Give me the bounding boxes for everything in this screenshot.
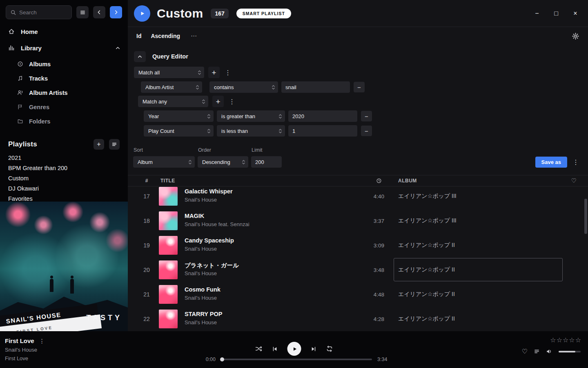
playlist-item[interactable]: Custom — [0, 173, 128, 184]
total-time: 3:34 — [377, 357, 391, 362]
sort-dropdown[interactable]: Album — [133, 156, 195, 168]
flag-icon — [17, 104, 23, 110]
rule-field-dropdown[interactable]: Album Artist — [141, 81, 202, 93]
track-artist: Snail's House — [185, 295, 217, 301]
match-mode-dropdown[interactable]: Match any — [138, 96, 208, 107]
window-controls: − □ × — [533, 10, 579, 17]
sidebar-item-albums[interactable]: Albums — [0, 57, 128, 71]
add-rule-button[interactable]: + — [208, 67, 220, 78]
nav-forward-button[interactable] — [110, 6, 122, 18]
rule-operator-dropdown[interactable]: is less than — [217, 125, 285, 137]
more-options-icon[interactable]: ⋯ — [191, 32, 197, 40]
favorite-column-heart-icon[interactable]: ♡ — [571, 177, 577, 184]
dropdown-arrows-icon — [278, 113, 282, 119]
track-row[interactable]: 21 Cosmo Funk Snail's House 4:48 エイリアン☆ポ… — [128, 282, 588, 307]
search-input[interactable] — [19, 9, 64, 16]
rule-value-input[interactable] — [288, 125, 357, 137]
playlist-header: Custom 167 SMART PLAYLIST − □ × — [128, 0, 588, 27]
seek-handle[interactable] — [220, 357, 224, 361]
sort-field-button[interactable]: Id — [136, 33, 141, 39]
track-row[interactable]: 17 Galactic Whisper Snail's House 4:40 エ… — [128, 186, 588, 209]
sidebar-item-folders[interactable]: Folders — [0, 114, 128, 128]
sidebar-item-tracks[interactable]: Tracks — [0, 71, 128, 85]
save-menu-icon[interactable]: ⋮ — [572, 158, 579, 166]
play-icon — [291, 346, 297, 352]
search-box[interactable] — [6, 5, 72, 19]
track-row[interactable]: 19 Candy Spaceship Snail's House 3:09 エイ… — [128, 233, 588, 258]
star-icon[interactable]: ☆ — [569, 336, 575, 344]
sidebar-item-library[interactable]: Library — [0, 40, 128, 56]
group-menu-icon[interactable]: ⋮ — [225, 69, 231, 76]
remove-rule-button[interactable]: − — [361, 111, 372, 121]
track-duration: 3:48 — [340, 267, 384, 273]
close-button[interactable]: × — [572, 10, 579, 17]
play-playlist-button[interactable] — [134, 5, 150, 22]
home-label: Home — [21, 28, 38, 35]
volume-button[interactable] — [546, 348, 552, 355]
shuffle-icon — [255, 346, 263, 352]
disc-icon — [17, 61, 23, 67]
playlist-item[interactable]: 2021 — [0, 153, 128, 163]
remove-rule-button[interactable]: − — [361, 126, 372, 136]
star-icon[interactable]: ☆ — [563, 336, 568, 344]
sidebar-item-album-artists[interactable]: Album Artists — [0, 85, 128, 100]
rule-field-dropdown[interactable]: Play Count — [144, 125, 214, 137]
album-art-thumbnail — [159, 236, 178, 255]
playlist-list-button[interactable] — [109, 139, 120, 150]
previous-track-button[interactable] — [272, 346, 278, 352]
track-menu-icon[interactable]: ⋮ — [39, 338, 45, 344]
minimize-button[interactable]: − — [533, 10, 541, 17]
menu-button[interactable] — [76, 6, 89, 18]
column-album[interactable]: ALBUM — [398, 178, 417, 184]
add-playlist-button[interactable]: + — [94, 139, 104, 150]
track-count-badge: 167 — [211, 9, 228, 18]
nav-back-button[interactable] — [93, 6, 105, 18]
rule-value-input[interactable] — [281, 81, 350, 93]
playlist-item[interactable]: BPM Greater than 200 — [0, 163, 128, 173]
sidebar-item-home[interactable]: Home — [0, 23, 128, 40]
add-rule-button[interactable]: + — [212, 96, 224, 107]
rule-field-dropdown[interactable]: Year — [144, 110, 214, 122]
sort-direction-button[interactable]: Ascending — [151, 33, 180, 39]
settings-gear-icon[interactable] — [572, 33, 579, 40]
rule-operator-dropdown[interactable]: is greater than — [217, 110, 285, 122]
match-mode-dropdown[interactable]: Match all — [134, 67, 204, 78]
rule-value-input[interactable] — [288, 110, 357, 122]
shuffle-button[interactable] — [255, 346, 263, 352]
limit-input[interactable] — [251, 156, 282, 168]
collapse-library-icon[interactable] — [115, 45, 120, 51]
seek-bar[interactable] — [221, 359, 372, 360]
track-row[interactable]: 20 プラネット・ガール Snail's House 3:48 エイリアン☆ポッ… — [128, 258, 588, 282]
track-artist: Snail's House feat. Sennzai — [185, 221, 249, 227]
volume-slider[interactable] — [559, 351, 581, 352]
star-icon[interactable]: ☆ — [575, 336, 581, 344]
track-row[interactable]: 22 STARRY POP Snail's House 4:28 エイリアン☆ポ… — [128, 307, 588, 331]
star-icon[interactable]: ☆ — [557, 336, 562, 344]
collapse-query-editor-button[interactable] — [134, 51, 146, 62]
now-playing-artwork[interactable]: SNAIL'S HOUSE FIRST LOVE TASTY — [0, 202, 128, 331]
match-mode-value: Match all — [138, 70, 160, 76]
favorite-heart-button[interactable]: ♡ — [522, 348, 528, 355]
column-index[interactable]: # — [140, 178, 153, 184]
sidebar-item-genres[interactable]: Genres — [0, 100, 128, 114]
album-artists-label: Album Artists — [29, 90, 68, 96]
next-track-button[interactable] — [311, 346, 317, 352]
playlists-title: Playlists — [8, 140, 37, 148]
duration-column-clock-icon[interactable] — [376, 178, 382, 184]
order-dropdown[interactable]: Descending — [198, 156, 248, 168]
queue-button[interactable] — [534, 348, 540, 355]
track-row[interactable]: 18 MAGIK Snail's House feat. Sennzai 3:3… — [128, 209, 588, 233]
maximize-button[interactable]: □ — [552, 10, 560, 17]
remove-rule-button[interactable]: − — [354, 82, 365, 92]
save-as-button[interactable]: Save as — [535, 157, 567, 168]
scrollbar-thumb[interactable] — [584, 199, 587, 234]
music-note-icon — [17, 75, 23, 81]
star-icon[interactable]: ☆ — [550, 336, 556, 344]
volume-icon — [546, 348, 552, 355]
repeat-button[interactable] — [326, 346, 333, 352]
playlist-item[interactable]: DJ Okawari — [0, 184, 128, 194]
group-menu-icon[interactable]: ⋮ — [229, 98, 235, 105]
rule-operator-dropdown[interactable]: contains — [209, 81, 278, 93]
column-title[interactable]: TITLE — [160, 178, 175, 184]
play-pause-button[interactable] — [287, 342, 301, 356]
